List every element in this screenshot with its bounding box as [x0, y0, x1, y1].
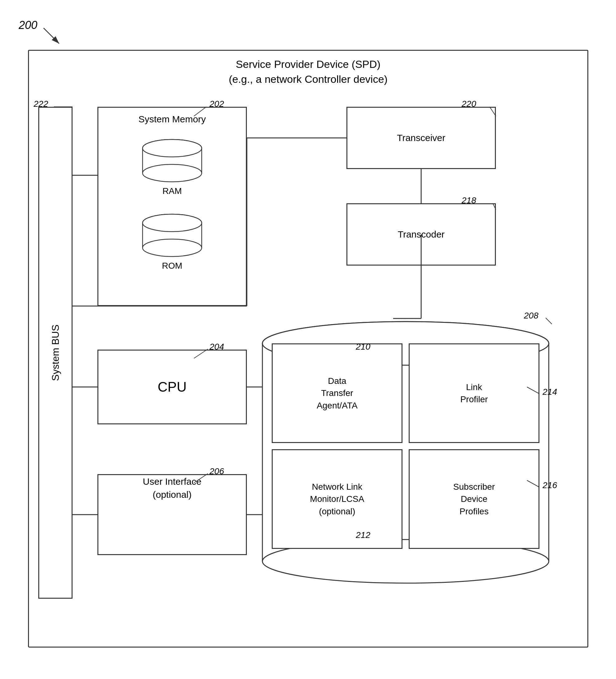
- cpu-label: CPU: [158, 379, 187, 395]
- data-transfer-agent-box: DataTransferAgent/ATA: [272, 344, 402, 443]
- link-profiler-label: LinkProfiler: [460, 381, 488, 405]
- ref-212: 212: [356, 530, 370, 540]
- svg-point-13: [142, 214, 202, 232]
- ram-label: RAM: [141, 186, 203, 196]
- svg-point-12: [142, 239, 202, 257]
- rom-cylinder-svg: [141, 214, 203, 257]
- diagram-container: 200 Service Provider Device (SPD) (e.g.,…: [19, 19, 597, 660]
- ram-cylinder: RAM: [141, 139, 203, 196]
- database-container: DataTransferAgent/ATA LinkProfiler Netwo…: [253, 319, 558, 586]
- inner-module-grid: DataTransferAgent/ATA LinkProfiler Netwo…: [272, 344, 540, 549]
- ref-218: 218: [462, 195, 476, 205]
- transcoder-label: Transcoder: [398, 229, 445, 240]
- spd-box: Service Provider Device (SPD) (e.g., a n…: [28, 50, 588, 648]
- svg-line-1: [43, 28, 59, 43]
- ref-208: 208: [524, 311, 539, 321]
- transceiver-label: Transceiver: [397, 133, 446, 143]
- ref-202: 202: [209, 99, 224, 109]
- ref-210: 210: [356, 342, 370, 352]
- spd-title: Service Provider Device (SPD) (e.g., a n…: [229, 57, 388, 87]
- system-memory-box: System Memory RAM: [97, 107, 247, 306]
- transcoder-box: Transcoder: [347, 203, 496, 265]
- ram-cylinder-svg: [141, 139, 203, 183]
- svg-point-6: [142, 164, 202, 182]
- ref-206: 206: [209, 466, 224, 476]
- system-memory-label: System Memory: [138, 114, 206, 125]
- data-transfer-agent-label: DataTransferAgent/ATA: [317, 375, 357, 412]
- ui-label-line1: User Interface: [98, 475, 246, 488]
- subscriber-device-profiles-label: SubscriberDeviceProfiles: [453, 481, 495, 517]
- ref-204: 204: [209, 342, 224, 352]
- network-link-monitor-box: Network LinkMonitor/LCSA(optional): [272, 449, 402, 549]
- spd-title-line1: Service Provider Device (SPD): [229, 57, 388, 72]
- system-bus: System BUS: [38, 107, 72, 599]
- fig-number-arrow: [19, 19, 81, 53]
- svg-point-7: [142, 139, 202, 157]
- rom-cylinder: ROM: [141, 214, 203, 271]
- ref-214: 214: [543, 387, 557, 397]
- rom-label: ROM: [141, 261, 203, 271]
- network-link-monitor-label: Network LinkMonitor/LCSA(optional): [310, 481, 364, 517]
- ref-216: 216: [543, 480, 557, 490]
- spd-title-line2: (e.g., a network Controller device): [229, 72, 388, 87]
- transceiver-box: Transceiver: [347, 107, 496, 169]
- subscriber-device-profiles-box: SubscriberDeviceProfiles: [409, 449, 540, 549]
- ref-222: 222: [34, 99, 48, 109]
- ref-220: 220: [462, 99, 476, 109]
- cpu-box: CPU: [97, 350, 247, 424]
- link-profiler-box: LinkProfiler: [409, 344, 540, 443]
- user-interface-box: User Interface (optional): [97, 474, 247, 555]
- ui-label-line2: (optional): [98, 488, 246, 501]
- system-bus-label: System BUS: [50, 324, 61, 381]
